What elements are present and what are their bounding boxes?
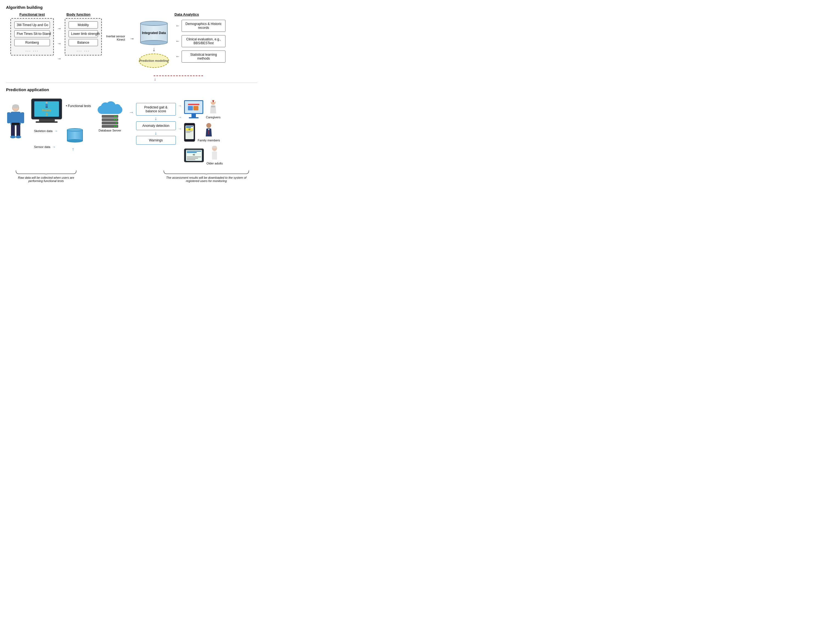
body-function-box: Mobility Lower limb strength Balance ...… — [65, 18, 102, 55]
data-analytics-header: Data Analytics — [174, 13, 199, 16]
sensor-data-arrow: → — [52, 145, 56, 149]
svg-rect-3 — [11, 125, 15, 137]
older-adult-person: Older adults — [207, 146, 223, 165]
brace-note-right: The assessment results will be downloade… — [159, 176, 253, 182]
family-person: Family members — [198, 123, 220, 142]
left-brace — [13, 169, 79, 175]
phone-device: 42 — [184, 123, 195, 142]
sensor-label-2: Kinect — [117, 38, 125, 41]
functional-test-header: Functional test — [19, 13, 45, 16]
family-label: Family members — [198, 139, 220, 142]
integrated-data-label: Integrated Data — [142, 31, 166, 35]
clinical-eval-box: Clinical evaluation, e.g., BBS/BESTest — [182, 35, 226, 47]
svg-point-1 — [13, 105, 19, 108]
body-func-3: Balance — [69, 39, 98, 46]
body-function-header: Body function — [66, 13, 90, 16]
body-func-2: Lower limb strength — [69, 30, 98, 37]
skeleton-data-label: Skeleton data — [34, 129, 52, 133]
demographics-box: Demographics & Historic records — [182, 20, 226, 32]
svg-rect-13 — [47, 106, 47, 108]
svg-rect-19 — [208, 130, 209, 134]
algo-title: Algorithm building — [6, 5, 257, 10]
svg-point-10 — [46, 102, 47, 103]
down-arrow-pred: ↓ — [155, 116, 157, 121]
sensor-label-1: Inertial sensor — [106, 35, 125, 38]
svg-rect-12 — [46, 106, 46, 108]
func-tests-bullet: • Functional tests — [66, 104, 91, 108]
arrow-balance: → — [57, 56, 62, 61]
arrow-to-tablet2: → — [178, 127, 182, 131]
monitor-device — [184, 100, 203, 118]
func-test-2: Five Times Sit-to-Stand — [14, 30, 50, 37]
skeleton-data-arrow: → — [54, 129, 58, 133]
body-dots: ... ... — [69, 48, 98, 52]
prediction-oval: Prediction modeling — [139, 54, 169, 68]
sensor-data-label: Sensor data — [34, 145, 50, 149]
statistical-box: Statistical learning methods — [182, 51, 226, 63]
func-test-1: 3M-Timed Up and Go — [14, 21, 50, 29]
svg-rect-4 — [16, 125, 20, 137]
tablet-device: 42 — [184, 149, 204, 162]
functional-tests-box: 3M-Timed Up and Go Five Times Sit-to-Sta… — [10, 18, 54, 55]
tv-screen: Ready 3 — [31, 98, 62, 123]
arrow-to-demographics: ← — [175, 23, 180, 28]
red-dashed-arrow: ↓ — [154, 77, 156, 82]
body-func-1: Mobility — [69, 21, 98, 29]
down-arrow-anomaly: ↓ — [155, 130, 157, 136]
person-figure — [6, 104, 25, 148]
func-test-3: Romberg — [14, 39, 50, 46]
older-adult-label: Older adults — [207, 162, 223, 165]
down-arrow-1: ↓ — [153, 46, 155, 52]
arrow-to-monitor: → — [178, 103, 182, 108]
anomaly-box: Anomaly detection — [136, 121, 176, 130]
pred-section: Prediction application — [6, 82, 257, 182]
arrow-to-statistical: ← — [175, 54, 180, 59]
svg-point-6 — [16, 136, 21, 138]
pred-title: Prediction application — [6, 87, 257, 92]
algo-section: Algorithm building Functional test Body … — [6, 5, 257, 68]
caregiver-label: Caregivers — [206, 116, 221, 119]
db-server-label: Database Server — [98, 129, 121, 132]
arrow-to-tablet: → — [178, 115, 182, 119]
cloud-shape — [98, 100, 122, 114]
predicted-gait-box: Predicted gait & balance score — [136, 103, 176, 116]
warnings-box: Warnings — [136, 136, 176, 145]
local-db-cylinder — [67, 128, 83, 143]
arrow-to-clinical: ← — [175, 39, 180, 44]
caregiver-person: Caregivers — [206, 100, 221, 119]
ready-num: 3 — [46, 112, 48, 117]
svg-point-5 — [10, 136, 16, 138]
svg-rect-8 — [7, 112, 10, 123]
func-dots: ... ... — [14, 48, 50, 52]
svg-rect-15 — [211, 106, 215, 107]
sensor-arrow: → — [129, 36, 134, 41]
right-brace — [161, 169, 251, 175]
svg-rect-11 — [46, 104, 48, 107]
server-rack — [102, 115, 118, 128]
integrated-data-cylinder: Integrated Data — [140, 18, 167, 45]
brace-note-left: Raw data will be collected when users ar… — [10, 176, 82, 182]
svg-rect-17 — [213, 100, 214, 102]
arrow-lower-limb: → — [57, 41, 62, 46]
arrow-to-results: → — [129, 109, 134, 115]
ready-label: Ready — [42, 108, 51, 112]
svg-rect-9 — [21, 112, 24, 123]
arrow-mobility: → — [57, 26, 62, 31]
up-arrow-db: ↑ — [72, 147, 74, 152]
svg-point-18 — [206, 123, 211, 128]
svg-point-21 — [212, 146, 217, 149]
svg-rect-7 — [11, 123, 20, 125]
